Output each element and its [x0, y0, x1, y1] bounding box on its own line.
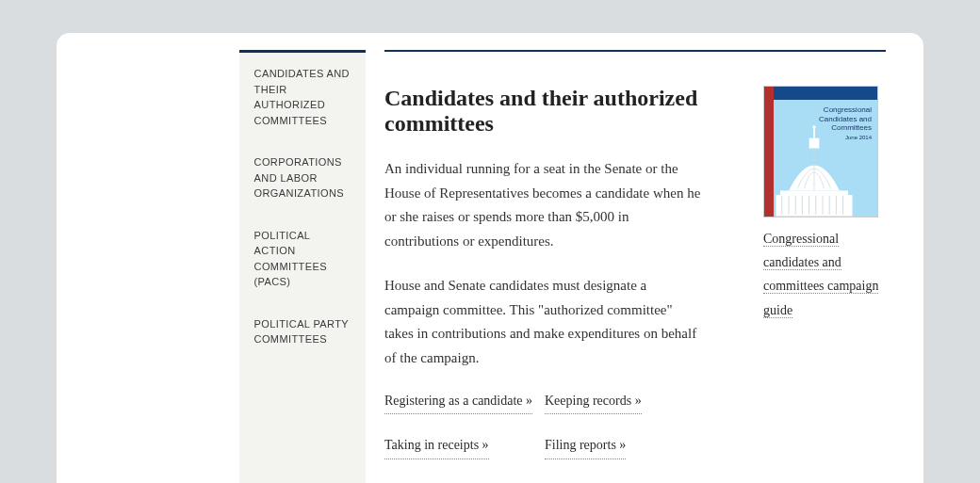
svg-rect-0	[776, 195, 853, 217]
svg-point-15	[812, 125, 816, 129]
link-keeping-records[interactable]: Keeping records »	[545, 391, 642, 414]
svg-rect-11	[780, 191, 848, 196]
sidebar-item-party[interactable]: POLITICAL PARTY COMMITTEES	[239, 303, 366, 361]
guide-thumbnail-link[interactable]: Congressional Candidates and Committees …	[763, 86, 886, 217]
sidebar-column: CANDIDATES AND THEIR AUTHORIZED COMMITTE…	[57, 33, 366, 483]
link-filing-reports[interactable]: Filing reports »	[545, 435, 626, 459]
sidebar-item-candidates[interactable]: CANDIDATES AND THEIR AUTHORIZED COMMITTE…	[239, 53, 366, 141]
article-content: Candidates and their authorized committe…	[384, 69, 735, 483]
link-registering[interactable]: Registering as a candidate »	[384, 391, 532, 414]
topic-links-grid: Registering as a candidate » Keeping rec…	[384, 391, 735, 483]
capitol-dome-icon	[772, 122, 857, 217]
guide-caption-link[interactable]: Congressional candidates and committees …	[763, 232, 878, 318]
link-receipts[interactable]: Taking in receipts »	[384, 435, 489, 459]
svg-rect-13	[809, 138, 820, 149]
guide-thumbnail: Congressional Candidates and Committees …	[763, 86, 878, 217]
related-aside: Congressional Candidates and Committees …	[763, 78, 886, 483]
intro-para-2: House and Senate candidates must designa…	[384, 274, 705, 370]
sidebar-nav: CANDIDATES AND THEIR AUTHORIZED COMMITTE…	[239, 50, 366, 483]
sidebar-item-pacs[interactable]: POLITICAL ACTION COMMITTEES (PACS)	[239, 215, 366, 303]
page-title: Candidates and their authorized committe…	[384, 86, 735, 137]
intro-para-1: An individual running for a seat in the …	[384, 157, 705, 253]
main-region: Candidates and their authorized committe…	[384, 50, 886, 483]
sidebar-item-corporations[interactable]: CORPORATIONS AND LABOR ORGANIZATIONS	[239, 141, 366, 215]
content-card: CANDIDATES AND THEIR AUTHORIZED COMMITTE…	[57, 33, 923, 483]
